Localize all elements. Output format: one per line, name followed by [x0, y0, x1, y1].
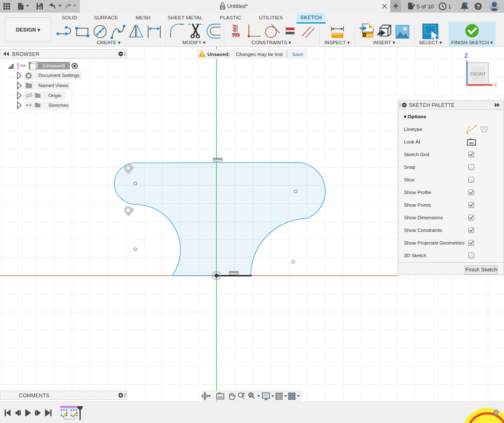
svg-text:SVG: SVG: [366, 33, 374, 37]
svg-text:FRONT: FRONT: [470, 72, 486, 77]
svg-text:X: X: [493, 82, 498, 88]
svg-text:Z: Z: [464, 52, 468, 59]
svg-text:?: ?: [476, 3, 480, 10]
